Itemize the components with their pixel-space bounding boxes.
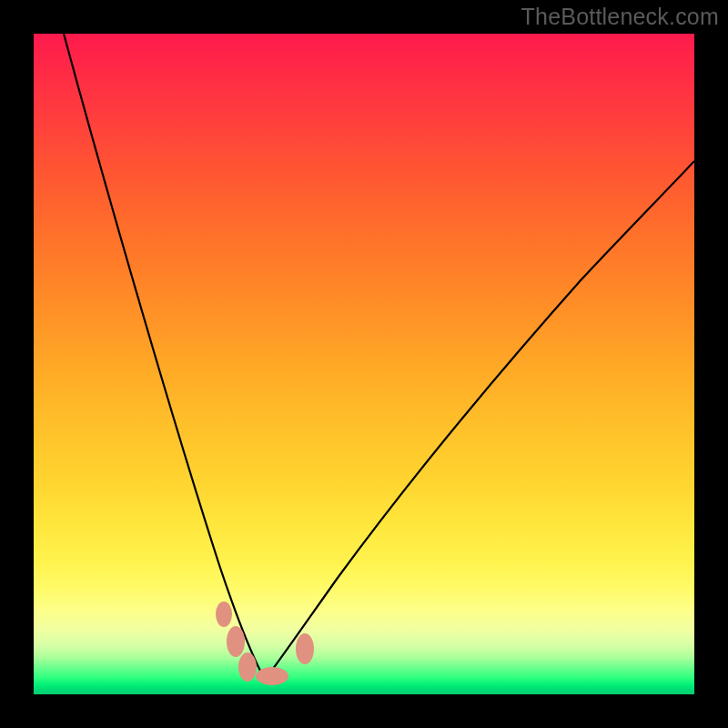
marker-dot — [216, 602, 232, 627]
watermark-text: TheBottleneck.com — [521, 4, 719, 30]
marker-dot — [227, 626, 245, 657]
marker-dot — [238, 652, 257, 682]
bottleneck-curve — [64, 34, 694, 672]
curve-layer — [34, 34, 694, 694]
marker-dot — [296, 633, 314, 664]
plot-area — [34, 34, 694, 694]
marker-dot — [256, 667, 288, 685]
chart-frame: TheBottleneck.com — [0, 0, 728, 728]
